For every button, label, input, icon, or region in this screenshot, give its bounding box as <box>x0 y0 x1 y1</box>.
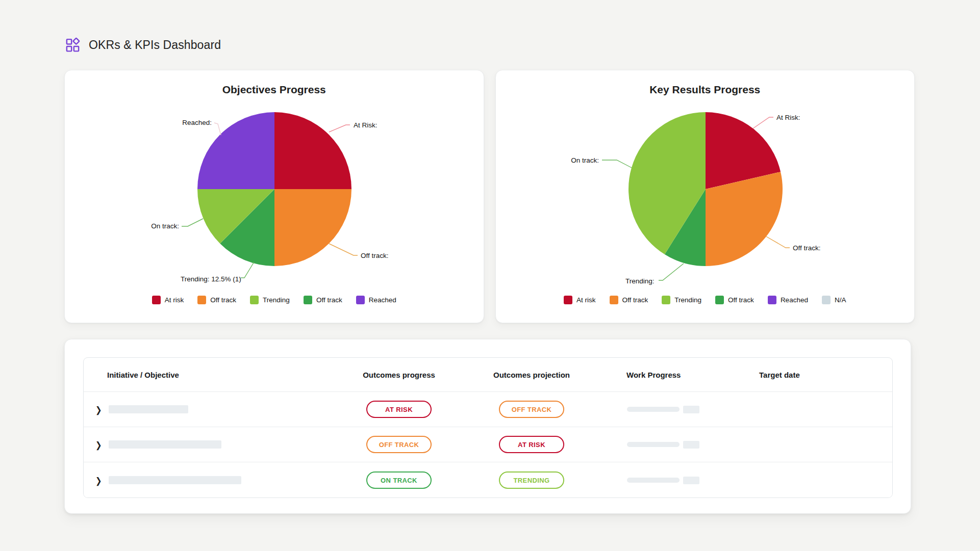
page-title: OKRs & KPIs Dashboard <box>89 38 221 52</box>
legend-item-at-risk[interactable]: At risk <box>564 296 596 304</box>
column-header-initiative: Initiative / Objective <box>84 371 334 379</box>
legend-item-off-track[interactable]: Off track <box>197 296 236 304</box>
legend-label: Off track <box>728 296 754 304</box>
outcomes-progress-cell: AT RISK <box>334 401 464 418</box>
pie-slice-at-risk[interactable] <box>274 112 351 189</box>
initiative-name-placeholder <box>109 405 188 413</box>
progress-bar-track <box>627 407 680 412</box>
status-badge[interactable]: AT RISK <box>366 401 432 418</box>
chart-title: Objectives Progress <box>65 84 484 96</box>
outcomes-progress-cell: ON TRACK <box>334 471 464 489</box>
legend-swatch <box>250 296 259 304</box>
legend-item-na[interactable]: N/A <box>822 296 846 304</box>
outcomes-projection-cell: AT RISK <box>464 436 599 453</box>
legend-swatch <box>197 296 206 304</box>
key-results-progress-pie: At Risk: On track: Off track: Trending: <box>496 98 915 295</box>
legend-label: Reached <box>369 296 396 304</box>
legend-label: Trending <box>674 296 701 304</box>
expand-chevron-icon[interactable]: ❯ <box>95 476 102 484</box>
chart-legend: At risk Off track Trending Off track Rea… <box>496 296 915 304</box>
column-header-outcomes-projection: Outcomes projection <box>464 371 599 379</box>
legend-swatch <box>304 296 312 304</box>
legend-label: Trending <box>263 296 290 304</box>
pie-slices <box>197 112 351 266</box>
progress-bar-track <box>627 442 680 447</box>
progress-value-placeholder <box>683 406 699 413</box>
column-header-outcomes-progress: Outcomes progress <box>334 371 464 379</box>
table-row[interactable]: ❯ AT RISK OFF TRACK <box>84 392 892 427</box>
table-row[interactable]: ❯ OFF TRACK AT RISK <box>84 427 892 462</box>
legend-label: N/A <box>835 296 846 304</box>
legend-item-off-track[interactable]: Off track <box>610 296 648 304</box>
legend-item-off-track-dark[interactable]: Off track <box>715 296 754 304</box>
page-header: OKRs & KPIs Dashboard <box>65 37 221 53</box>
initiative-name-placeholder <box>109 476 241 484</box>
chart-title: Key Results Progress <box>496 84 915 96</box>
initiative-cell: ❯ <box>84 440 334 449</box>
callout-on-track: On track: <box>571 156 599 164</box>
leader-line <box>659 264 684 280</box>
outcomes-projection-cell: TRENDING <box>464 471 599 489</box>
legend-item-reached[interactable]: Reached <box>768 296 808 304</box>
legend-swatch <box>768 296 776 304</box>
expand-chevron-icon[interactable]: ❯ <box>95 405 102 413</box>
objectives-progress-card: Objectives Progress At Risk: Reached: Of… <box>64 70 484 323</box>
legend-item-trending[interactable]: Trending <box>250 296 290 304</box>
initiative-name-placeholder <box>109 440 221 449</box>
work-progress-cell <box>599 477 759 484</box>
callout-off-track: Off track: <box>361 252 389 259</box>
status-badge[interactable]: TRENDING <box>499 471 564 489</box>
column-header-target-date: Target date <box>759 371 893 379</box>
legend-swatch <box>822 296 831 304</box>
progress-value-placeholder <box>683 477 699 484</box>
legend-item-trending[interactable]: Trending <box>662 296 701 304</box>
status-badge[interactable]: ON TRACK <box>366 471 432 489</box>
callout-at-risk: At Risk: <box>354 121 378 129</box>
table-header-row: Initiative / Objective Outcomes progress… <box>84 358 892 392</box>
legend-swatch <box>564 296 572 304</box>
leader-line <box>329 244 358 255</box>
legend-label: Reached <box>781 296 808 304</box>
legend-item-off-track-dark[interactable]: Off track <box>304 296 342 304</box>
key-results-progress-card: Key Results Progress At Risk: On track: … <box>495 70 915 323</box>
status-badge[interactable]: OFF TRACK <box>366 436 432 453</box>
callout-reached: Reached: <box>182 119 212 126</box>
table-row[interactable]: ❯ ON TRACK TRENDING <box>84 462 892 498</box>
callout-on-track: On track: <box>151 222 179 230</box>
callout-off-track: Off track: <box>793 244 821 252</box>
expand-chevron-icon[interactable]: ❯ <box>95 440 102 449</box>
legend-swatch <box>715 296 724 304</box>
legend-item-reached[interactable]: Reached <box>356 296 396 304</box>
initiatives-table-card: Initiative / Objective Outcomes progress… <box>64 339 911 514</box>
legend-label: Off track <box>622 296 648 304</box>
status-badge[interactable]: AT RISK <box>499 436 564 453</box>
outcomes-progress-cell: OFF TRACK <box>334 436 464 453</box>
chart-legend: At risk Off track Trending Off track Rea… <box>65 296 484 304</box>
leader-line <box>241 262 254 278</box>
leader-line <box>766 237 790 248</box>
progress-bar-track <box>627 478 680 483</box>
legend-swatch <box>152 296 161 304</box>
legend-label: At risk <box>576 296 596 304</box>
initiative-cell: ❯ <box>84 476 334 484</box>
progress-value-placeholder <box>683 441 699 449</box>
work-progress-cell <box>599 406 759 413</box>
leader-line <box>182 219 203 226</box>
pie-slices <box>628 112 782 266</box>
status-badge[interactable]: OFF TRACK <box>499 401 564 418</box>
leader-line <box>753 117 773 128</box>
objectives-progress-pie: At Risk: Reached: Off track: On track: T… <box>65 98 484 295</box>
leader-line <box>214 123 221 135</box>
leader-line <box>329 125 350 132</box>
legend-label: At risk <box>165 296 184 304</box>
legend-swatch <box>610 296 618 304</box>
work-progress-cell <box>599 441 759 449</box>
initiatives-table: Initiative / Objective Outcomes progress… <box>83 357 893 498</box>
legend-label: Off track <box>316 296 342 304</box>
pie-slice-off-track[interactable] <box>274 189 351 266</box>
column-header-work-progress: Work Progress <box>599 371 759 379</box>
leader-line <box>602 160 632 168</box>
legend-label: Off track <box>210 296 236 304</box>
legend-item-at-risk[interactable]: At risk <box>152 296 184 304</box>
callout-at-risk: At Risk: <box>776 114 800 121</box>
